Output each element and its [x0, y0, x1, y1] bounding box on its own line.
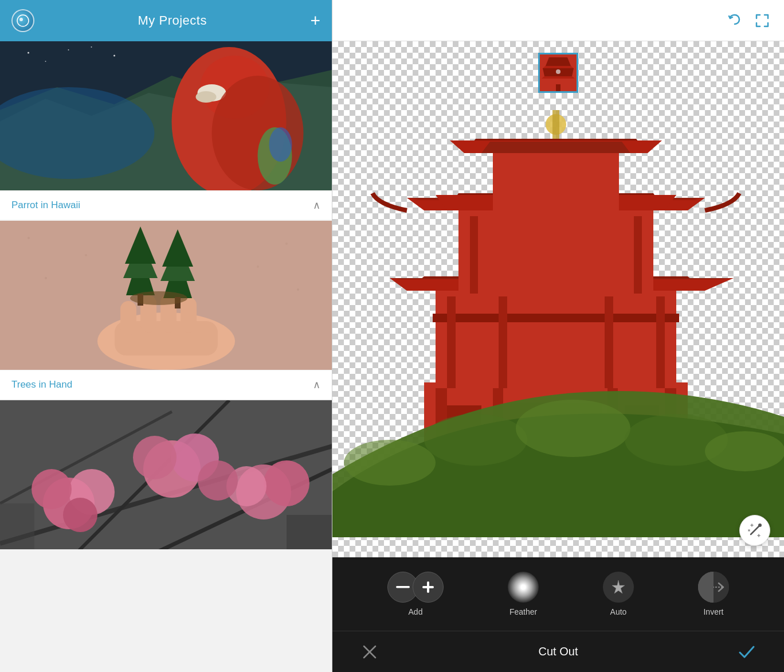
svg-point-20 [85, 254, 87, 256]
svg-rect-83 [605, 296, 613, 388]
svg-point-50 [133, 436, 177, 479]
invert-icon [698, 572, 729, 603]
auto-icon [603, 572, 634, 603]
svg-rect-97 [552, 110, 559, 139]
svg-point-9 [196, 91, 217, 103]
svg-rect-90 [634, 216, 642, 294]
left-header: My Projects + [0, 0, 332, 41]
project-label-trees[interactable]: Trees in Hand ∧ [0, 370, 332, 399]
svg-point-19 [28, 237, 30, 239]
project-image-cherry [0, 400, 332, 549]
project-item-cherry[interactable] [0, 400, 332, 549]
svg-rect-82 [499, 296, 507, 388]
bottom-action-bar: Cut Out [332, 631, 784, 672]
svg-point-14 [68, 49, 69, 50]
svg-marker-59 [546, 57, 571, 66]
svg-point-24 [257, 265, 259, 268]
project-label-parrot[interactable]: Parrot in Hawaii ∧ [0, 190, 332, 220]
svg-rect-84 [458, 210, 653, 294]
svg-rect-93 [493, 153, 619, 213]
chevron-up-icon-parrot: ∧ [313, 199, 320, 212]
magic-wand-button[interactable] [739, 515, 770, 546]
canvas-area[interactable] [332, 41, 784, 557]
svg-point-21 [45, 277, 47, 279]
svg-rect-27 [120, 301, 136, 335]
svg-point-54 [63, 498, 97, 532]
svg-point-17 [91, 46, 92, 48]
auto-tool-label: Auto [610, 607, 627, 616]
add-tool-container [387, 572, 444, 603]
svg-rect-89 [470, 216, 478, 294]
right-panel: Add Feather Auto [332, 0, 784, 672]
svg-point-103 [705, 431, 784, 471]
svg-point-15 [45, 61, 46, 62]
svg-point-105 [758, 523, 762, 527]
svg-point-39 [130, 291, 187, 305]
svg-marker-63 [542, 76, 575, 79]
svg-rect-57 [287, 515, 332, 549]
projects-list: Parrot in Hawaii ∧ [0, 41, 332, 672]
svg-point-99 [344, 440, 436, 486]
svg-point-101 [516, 400, 630, 457]
svg-rect-112 [396, 586, 410, 588]
svg-point-12 [269, 127, 292, 162]
svg-point-55 [198, 460, 238, 501]
canvas-thumbnail [538, 53, 578, 93]
feather-icon [508, 572, 539, 603]
chevron-up-icon-trees: ∧ [313, 378, 320, 391]
project-image-trees [0, 221, 332, 370]
svg-rect-30 [181, 297, 197, 333]
project-name-parrot: Parrot in Hawaii [11, 200, 80, 211]
invert-tool[interactable]: Invert [698, 572, 729, 616]
project-name-trees: Trees in Hand [11, 379, 72, 390]
svg-point-100 [424, 414, 527, 466]
svg-point-10 [212, 76, 304, 190]
svg-point-47 [32, 469, 72, 509]
cutout-title: Cut Out [539, 645, 578, 658]
svg-point-22 [285, 243, 288, 245]
cancel-button[interactable] [355, 638, 384, 666]
svg-point-66 [556, 69, 560, 74]
svg-rect-114 [422, 586, 434, 588]
auto-tool[interactable]: Auto [603, 572, 634, 616]
svg-point-0 [17, 15, 29, 26]
svg-rect-75 [436, 291, 676, 388]
confirm-button[interactable] [732, 638, 761, 666]
svg-point-13 [28, 52, 29, 54]
svg-rect-81 [656, 296, 665, 388]
add-tool[interactable]: Add [387, 572, 444, 616]
add-button[interactable] [413, 572, 444, 603]
svg-point-23 [297, 288, 299, 291]
fullscreen-button[interactable] [754, 13, 770, 29]
svg-point-52 [264, 460, 309, 506]
svg-marker-98 [481, 142, 630, 153]
add-project-button[interactable]: + [310, 12, 320, 29]
project-item-trees[interactable]: Trees in Hand ∧ [0, 221, 332, 399]
svg-marker-115 [612, 580, 625, 593]
app-title: My Projects [138, 13, 207, 28]
svg-marker-60 [543, 66, 574, 68]
project-item-parrot[interactable]: Parrot in Hawaii ∧ [0, 41, 332, 220]
app-logo [11, 9, 34, 32]
svg-point-16 [113, 55, 115, 57]
svg-rect-76 [433, 314, 679, 322]
bottom-toolbar: Add Feather Auto [332, 557, 784, 672]
feather-tool[interactable]: Feather [508, 572, 539, 616]
svg-rect-80 [447, 296, 456, 388]
invert-tool-label: Invert [703, 607, 723, 616]
feather-tool-label: Feather [509, 607, 537, 616]
right-toolbar [332, 0, 784, 41]
add-tool-label: Add [409, 607, 423, 616]
svg-point-1 [19, 18, 23, 21]
undo-button[interactable] [727, 13, 743, 29]
tool-buttons-row: Add Feather Auto [332, 557, 784, 631]
project-image-parrot [0, 41, 332, 190]
svg-rect-65 [556, 84, 560, 91]
left-panel: My Projects + [0, 0, 332, 672]
svg-rect-56 [0, 503, 34, 549]
